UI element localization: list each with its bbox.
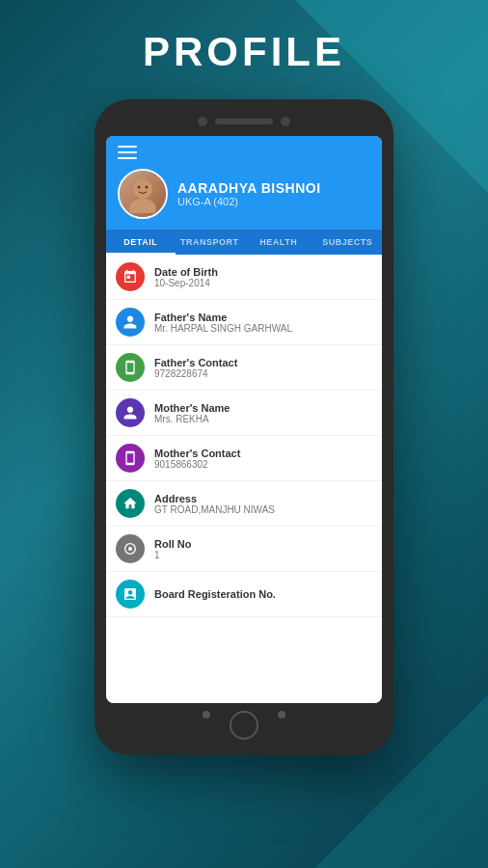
mother-name-text: Mother's Name Mrs. REKHA	[154, 402, 372, 424]
page-title: PROFILE	[143, 29, 345, 75]
phone-top-bar	[106, 111, 382, 136]
detail-item-father-contact: Father's Contact 9728228674	[106, 345, 382, 391]
phone-camera	[281, 117, 290, 126]
detail-item-mother-contact: Mother's Contact 9015866302	[106, 436, 382, 481]
mother-icon	[116, 398, 145, 427]
svg-point-2	[138, 186, 141, 189]
phone-bottom-bar	[106, 703, 382, 744]
student-class: UKG-A (402)	[177, 196, 370, 207]
board-reg-icon	[116, 580, 145, 609]
detail-item-roll: Roll No 1	[106, 527, 382, 572]
detail-item-dob: Date of Birth 10-Sep-2014	[106, 255, 382, 300]
father-icon	[116, 308, 145, 337]
student-name: AARADHYA BISHNOI	[177, 180, 370, 196]
detail-item-mother-name: Mother's Name Mrs. REKHA	[106, 391, 382, 436]
address-text: Address GT ROAD,MANJHU NIWAS	[154, 493, 372, 515]
phone-screen: AARADHYA BISHNOI UKG-A (402) DETAIL TRAN…	[106, 136, 382, 703]
svg-point-3	[146, 186, 149, 189]
father-phone-icon	[116, 353, 145, 382]
hamburger-menu-icon[interactable]	[118, 146, 137, 159]
svg-point-0	[133, 179, 152, 199]
detail-list: Date of Birth 10-Sep-2014 Father's Name …	[106, 255, 382, 703]
father-name-text: Father's Name Mr. HARPAL SINGH GARHWAL	[154, 312, 372, 334]
svg-point-5	[128, 547, 132, 551]
roll-icon	[116, 534, 145, 563]
back-btn[interactable]	[203, 711, 210, 719]
tab-navigation: DETAIL TRANSPORT HEALTH SUBJECTS	[106, 229, 382, 255]
tab-transport[interactable]: TRANSPORT	[176, 230, 245, 255]
detail-item-board-reg: Board Registeration No.	[106, 572, 382, 617]
tab-health[interactable]: HEALTH	[244, 230, 313, 255]
board-reg-text: Board Registeration No.	[154, 588, 372, 600]
phone-speaker	[215, 119, 273, 124]
profile-info: AARADHYA BISHNOI UKG-A (402)	[177, 180, 370, 207]
profile-section: AARADHYA BISHNOI UKG-A (402)	[118, 169, 370, 219]
dob-text: Date of Birth 10-Sep-2014	[154, 266, 372, 288]
detail-item-address: Address GT ROAD,MANJHU NIWAS	[106, 481, 382, 527]
home-btn[interactable]	[230, 711, 258, 740]
tab-detail[interactable]: DETAIL	[106, 230, 176, 255]
phone-camera	[198, 117, 207, 126]
calendar-icon	[116, 262, 145, 291]
mother-phone-icon	[116, 444, 145, 473]
detail-item-father-name: Father's Name Mr. HARPAL SINGH GARHWAL	[106, 300, 382, 345]
roll-text: Roll No 1	[154, 538, 372, 560]
recent-btn[interactable]	[278, 711, 285, 719]
phone-frame: AARADHYA BISHNOI UKG-A (402) DETAIL TRAN…	[95, 99, 393, 755]
tab-subjects[interactable]: SUBJECTS	[313, 230, 383, 255]
address-icon	[116, 489, 145, 518]
mother-contact-text: Mother's Contact 9015866302	[154, 448, 372, 470]
svg-point-1	[129, 199, 156, 213]
father-contact-text: Father's Contact 9728228674	[154, 357, 372, 379]
app-header: AARADHYA BISHNOI UKG-A (402)	[106, 136, 382, 229]
avatar	[118, 169, 168, 219]
